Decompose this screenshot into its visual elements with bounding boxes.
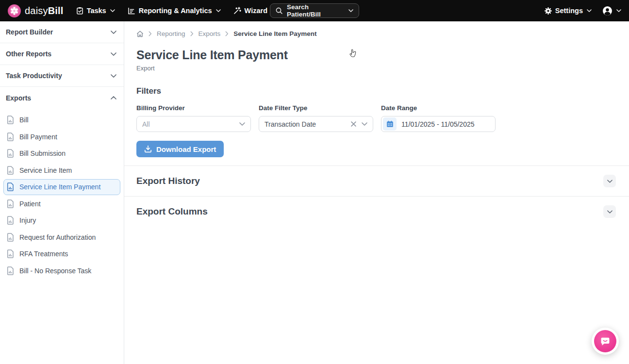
date-filter-type-field: Date Filter Type Transaction Date: [259, 104, 373, 132]
sidebar-item-rfa-treatments[interactable]: RFA Treatments: [3, 246, 120, 262]
home-icon[interactable]: [136, 31, 144, 37]
sidebar-item-label: Injury: [19, 216, 36, 224]
chevron-right-icon: [149, 31, 152, 36]
clear-x-icon[interactable]: [351, 121, 356, 127]
chevron-down-icon: [607, 210, 612, 214]
page-title: Service Line Item Payment: [136, 48, 629, 62]
chevron-down-icon: [239, 122, 245, 126]
user-avatar-icon: [602, 6, 612, 16]
section-label: Exports: [6, 94, 31, 102]
report-document-icon: [7, 182, 14, 191]
report-document-icon: [7, 132, 14, 141]
report-document-icon: [7, 249, 14, 258]
sidebar-item-label: Patient: [19, 200, 41, 208]
breadcrumb-link-exports[interactable]: Exports: [199, 30, 221, 37]
chevron-down-icon: [111, 31, 116, 34]
sidebar-item-bill-no-response-task[interactable]: Bill - No Response Task: [3, 263, 120, 279]
filters-heading: Filters: [136, 86, 629, 96]
daisybill-logo[interactable]: daisyBill: [8, 4, 64, 17]
export-history-toggle-button[interactable]: [603, 175, 616, 187]
top-navbar: daisyBill Tasks Reportin: [0, 0, 629, 21]
field-label: Billing Provider: [136, 104, 251, 112]
page-subtitle: Export: [136, 65, 629, 72]
sidebar: Report Builder Other Reports Task Produc…: [0, 21, 124, 364]
nav-menu-label: Wizard: [245, 7, 267, 15]
clipboard-tasks-icon: [76, 7, 83, 15]
bar-chart-icon: [128, 7, 135, 15]
download-export-label: Download Export: [156, 145, 216, 153]
chevron-down-icon: [616, 9, 621, 12]
chevron-right-icon: [225, 31, 229, 36]
panel-title: Export History: [136, 176, 200, 186]
sidebar-section-other-reports[interactable]: Other Reports: [0, 43, 124, 65]
main-content: Reporting Exports Service Line Item Paym…: [124, 21, 629, 364]
sidebar-section-exports[interactable]: Exports: [0, 87, 124, 109]
breadcrumb-link-reporting[interactable]: Reporting: [157, 30, 185, 37]
sidebar-item-injury[interactable]: Injury: [3, 213, 120, 229]
panel-title: Export Columns: [136, 206, 208, 217]
date-range-input[interactable]: 11/01/2025 - 11/05/2025: [381, 116, 496, 132]
breadcrumb-current: Service Line Item Payment: [233, 30, 316, 37]
calendar-icon[interactable]: [383, 117, 397, 131]
sidebar-item-service-line-item-payment[interactable]: Service Line Item Payment: [3, 179, 120, 195]
magic-wand-icon: [233, 7, 241, 15]
date-range-value: 11/01/2025 - 11/05/2025: [397, 120, 475, 128]
select-value: Transaction Date: [265, 120, 316, 128]
sidebar-item-label: RFA Treatments: [19, 250, 68, 258]
sidebar-item-label: Request for Authorization: [19, 233, 96, 241]
sidebar-item-label: Bill Submission: [19, 149, 66, 157]
gear-icon: [545, 7, 552, 15]
chevron-down-icon: [587, 9, 592, 12]
sidebar-item-patient[interactable]: Patient: [3, 196, 120, 212]
download-icon: [144, 145, 152, 153]
export-columns-toggle-button[interactable]: [603, 205, 616, 218]
sidebar-item-label: Service Line Item Payment: [19, 183, 100, 191]
breadcrumb: Reporting Exports Service Line Item Paym…: [136, 30, 629, 37]
report-document-icon: [7, 233, 14, 242]
report-document-icon: [7, 199, 14, 208]
sidebar-item-label: Bill Payment: [19, 133, 57, 141]
chat-launcher-button[interactable]: [592, 328, 619, 355]
sidebar-section-report-builder[interactable]: Report Builder: [0, 21, 124, 43]
sidebar-item-bill-payment[interactable]: Bill Payment: [3, 129, 120, 145]
account-menu[interactable]: [602, 6, 621, 16]
report-document-icon: [7, 116, 14, 124]
chevron-right-icon: [190, 31, 194, 36]
chevron-up-icon: [111, 96, 116, 99]
export-history-panel-header: Export History: [124, 166, 629, 196]
sidebar-item-label: Bill - No Response Task: [19, 267, 91, 275]
filter-row: Billing Provider All Date Filter Type Tr…: [136, 104, 629, 132]
export-columns-panel-header: Export Columns: [124, 197, 629, 227]
section-label: Report Builder: [6, 28, 53, 36]
sidebar-item-bill-submission[interactable]: Bill Submission: [3, 146, 120, 162]
nav-menu-label: Reporting & Analytics: [139, 7, 212, 15]
sidebar-item-request-for-authorization[interactable]: Request for Authorization: [3, 229, 120, 245]
billing-provider-select[interactable]: All: [136, 116, 251, 132]
search-patient-bill-trigger[interactable]: Search Patient/Bill: [270, 3, 359, 18]
nav-menu-label: Settings: [555, 7, 583, 15]
sidebar-section-task-productivity[interactable]: Task Productivity: [0, 65, 124, 87]
chevron-down-icon: [110, 9, 115, 12]
sidebar-item-label: Bill: [19, 116, 29, 124]
nav-menu-reporting-analytics[interactable]: Reporting & Analytics: [128, 7, 221, 15]
sidebar-item-service-line-item[interactable]: Service Line Item: [3, 162, 120, 178]
chat-bubble-icon: [594, 330, 616, 352]
search-label: Search Patient/Bill: [287, 3, 344, 18]
billing-provider-field: Billing Provider All: [136, 104, 251, 132]
daisy-flower-icon: [8, 4, 21, 17]
exports-list: Bill Bill Payment Bill Submission Servic…: [0, 109, 124, 279]
nav-menu-settings[interactable]: Settings: [545, 7, 592, 15]
section-label: Task Productivity: [6, 72, 62, 80]
chevron-down-icon: [111, 74, 116, 78]
select-value: All: [142, 120, 150, 128]
date-range-field: Date Range 11/01/2025 - 11/05/2025: [381, 104, 496, 132]
report-document-icon: [7, 149, 14, 158]
field-label: Date Range: [381, 104, 496, 112]
chevron-down-icon: [216, 9, 221, 12]
chevron-down-icon: [348, 9, 353, 12]
download-export-button[interactable]: Download Export: [136, 141, 224, 157]
date-filter-type-select[interactable]: Transaction Date: [259, 116, 373, 132]
chevron-down-icon: [111, 52, 116, 56]
sidebar-item-bill[interactable]: Bill: [3, 112, 120, 128]
nav-menu-tasks[interactable]: Tasks: [76, 7, 115, 15]
